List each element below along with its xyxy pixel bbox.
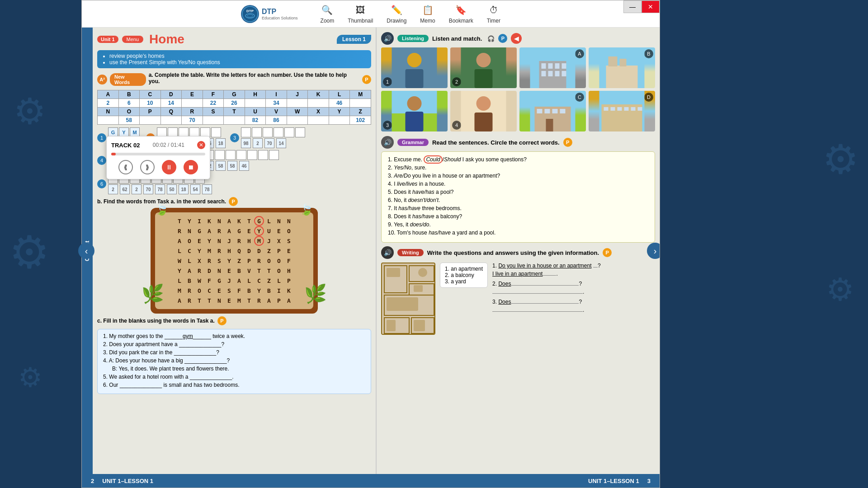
svg-rect-27 xyxy=(406,112,424,131)
writing-content: 1. an apartment 2. a balcony 3. a yard 1… xyxy=(381,263,655,335)
back-button[interactable]: ◀ xyxy=(511,33,522,44)
new-words-section-header: A² New Words a. Complete the table. Writ… xyxy=(97,72,371,87)
unit-title: Home xyxy=(149,32,184,47)
svg-rect-17 xyxy=(548,71,553,76)
word-list-item-1: 1. an apartment xyxy=(445,266,483,272)
bookmark-icon: 🔖 xyxy=(455,4,467,16)
audio-close-button[interactable]: ✕ xyxy=(197,141,205,149)
unit-badge: Unit 1 xyxy=(97,36,118,43)
section-a-instructions: a. Complete the table. Write the letters… xyxy=(149,72,359,84)
photo-person-3: 3 xyxy=(381,91,448,131)
timer-icon: ⏱ xyxy=(487,4,500,16)
objective-2: use the Present Simple with Yes/No quest… xyxy=(109,59,366,66)
svg-rect-19 xyxy=(562,71,566,76)
svg-rect-44 xyxy=(631,107,636,111)
left-page-num: 2 xyxy=(91,478,94,484)
unit-header: Unit 1 Menu Home Lesson 1 xyxy=(97,32,371,47)
point-icon-a: P xyxy=(362,75,371,84)
grammar-sentence-7: 7. It has/have three bedrooms. xyxy=(388,205,648,211)
grammar-sentence-2: 2. Yes/No, sure. xyxy=(388,164,648,171)
grammar-speaker-icon: 🔊 xyxy=(381,136,394,149)
svg-rect-16 xyxy=(542,71,546,76)
grammar-badge: Grammar xyxy=(397,139,429,146)
svg-rect-14 xyxy=(555,63,560,69)
point-icon-b: P xyxy=(229,197,238,206)
writing-speaker-icon: 🔊 xyxy=(381,246,394,259)
point-icon-writing: P xyxy=(603,248,612,257)
svg-rect-36 xyxy=(560,109,566,113)
writing-badge: Writing xyxy=(397,249,424,256)
left-page-info: 2 UNIT 1–LESSON 1 xyxy=(91,478,153,484)
next-page-button[interactable]: › xyxy=(647,243,660,259)
fast-forward-button[interactable]: ⟫ xyxy=(140,160,155,174)
photo-building-A: A xyxy=(519,47,586,88)
point-icon-listen: P xyxy=(498,34,507,43)
svg-rect-45 xyxy=(638,107,642,111)
svg-rect-58 xyxy=(414,320,425,331)
toolbar: DTP DTP Education Solutions 🔍 Zoom 🖼 Thu… xyxy=(82,0,660,28)
fill-blank-4b: B: Yes, it does. We plant trees and flow… xyxy=(103,366,365,372)
thumbnail-tool[interactable]: 🖼 Thumbnail xyxy=(348,4,373,24)
word-search-grid[interactable]: TYIKNAKTGLNN RNGARAGEYUEO AOEYNJRHMJXS L… xyxy=(155,212,313,309)
bookmark-label: Bookmark xyxy=(449,18,473,24)
grammar-sentence-3: 3. Are/Do you live in a house or an apar… xyxy=(388,173,648,179)
photo-grid: 1 2 xyxy=(381,47,655,131)
listening-section: 🔊 Listening Listen and match. 🎧 P ◀ 1 xyxy=(381,32,655,131)
fill-blank-3[interactable]: 3. Did you park the car in the _________… xyxy=(103,349,365,356)
alphabet-table: ABC DEF GHI JKL M 2610 1422 2634 46 NOP … xyxy=(97,90,371,125)
word-search-container: 🌿 🌿 🍃 🍃 TYIKNAKTGLNN RNGARAGEYUEO AOEYNJ… xyxy=(151,208,318,314)
grammar-sentence-1: 1. Excuse me. Could/Should I ask you som… xyxy=(388,156,648,163)
svg-rect-15 xyxy=(562,63,566,69)
rewind-button[interactable]: ⟪ xyxy=(118,160,133,174)
svg-point-29 xyxy=(476,96,491,111)
logo-title: DTP xyxy=(262,8,298,16)
listening-badge: Listening xyxy=(397,35,429,42)
section-c-header: c. Fill in the blanks using the words in… xyxy=(97,316,371,325)
memo-icon: 📋 xyxy=(421,4,434,16)
fill-blank-6[interactable]: 6. Our ______________ is small and has t… xyxy=(103,382,365,388)
timer-tool[interactable]: ⏱ Timer xyxy=(487,4,500,24)
writing-question-2: 2. Does ? . xyxy=(492,281,655,295)
drawing-label: Drawing xyxy=(387,18,406,24)
audio-controls: ⟪ ⟫ ⏸ ⏹ xyxy=(111,160,205,174)
fill-blanks-section: 1. My mother goes to the ______gym______… xyxy=(97,329,371,394)
photo-building-C: C xyxy=(519,91,586,131)
menu-button[interactable]: Menu xyxy=(122,36,144,43)
fill-blank-2[interactable]: 2. Does your apartment have a __________… xyxy=(103,341,365,347)
left-page: Unit 1 Menu Home Lesson 1 review people'… xyxy=(93,28,376,474)
svg-rect-30 xyxy=(475,113,493,131)
audio-player: TRACK 02 00:02 / 01:41 ✕ ⟪ ⟫ ⏸ ⏹ xyxy=(106,136,210,179)
svg-rect-9 xyxy=(475,69,493,88)
right-lesson-label: UNIT 1–LESSON 1 xyxy=(588,478,639,484)
section-c-label: c. Fill in the blanks using the words in… xyxy=(97,318,215,324)
pause-button[interactable]: ⏸ xyxy=(162,160,176,174)
stop-button[interactable]: ⏹ xyxy=(184,160,198,174)
section-b-header: b. Find the words from Task a. in the wo… xyxy=(97,197,371,206)
plant-right: 🌿 xyxy=(304,283,327,305)
word-list-item-3: 3. a yard xyxy=(445,278,483,285)
minimize-button[interactable]: — xyxy=(623,0,642,13)
photo-person-1: 1 xyxy=(381,47,448,88)
writing-header: 🔊 Writing Write the questions and answer… xyxy=(381,246,655,259)
fill-blank-4[interactable]: 4. A: Does your house have a big _______… xyxy=(103,357,365,364)
bookmark-tool[interactable]: 🔖 Bookmark xyxy=(449,4,473,24)
drawing-tool[interactable]: ✏️ Drawing xyxy=(387,4,406,24)
svg-text:DTP: DTP xyxy=(246,9,254,13)
svg-rect-53 xyxy=(387,268,400,277)
svg-rect-42 xyxy=(618,107,622,111)
close-button[interactable]: ✕ xyxy=(642,0,660,13)
zoom-tool[interactable]: 🔍 Zoom xyxy=(321,4,335,24)
memo-tool[interactable]: 📋 Memo xyxy=(420,4,435,24)
audio-progress-bar[interactable] xyxy=(111,153,205,155)
svg-rect-43 xyxy=(624,107,629,111)
right-page-num: 3 xyxy=(647,478,651,484)
svg-rect-18 xyxy=(555,71,560,76)
fill-blank-5[interactable]: 5. We asked for a hotel room with a ____… xyxy=(103,374,365,380)
word-search-board: TYIKNAKTGLNN RNGARAGEYUEO AOEYNJRHMJXS L… xyxy=(151,208,318,314)
grammar-sentence-9: 9. Yes, it does/do. xyxy=(388,221,648,228)
svg-rect-40 xyxy=(604,107,609,111)
fill-blank-1[interactable]: 1. My mother goes to the ______gym______… xyxy=(103,333,365,339)
speaker-icon[interactable]: 🔊 xyxy=(381,32,394,45)
photo-building-B: B xyxy=(589,47,655,88)
prev-page-button[interactable]: ‹ xyxy=(78,243,94,259)
